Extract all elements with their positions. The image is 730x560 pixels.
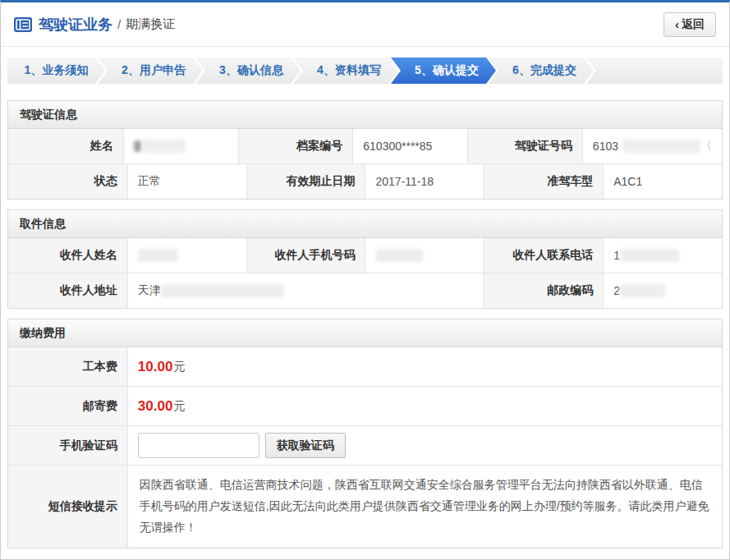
- field-label-postage-fee: 邮寄费: [8, 387, 127, 425]
- field-label-recipient-address: 收件人地址: [8, 273, 127, 308]
- field-value-postage-fee: 30.00元: [127, 387, 722, 425]
- table-row: 收件人姓名 收件人手机号码 收件人联系电话 1: [8, 238, 722, 273]
- section-fees: 缴纳费用 工本费 10.00元 邮寄费 30.00元 手机验证码 获取验证码 短…: [7, 319, 723, 549]
- field-label-name: 姓名: [8, 129, 123, 163]
- field-value-license-number: 6103〈: [582, 129, 722, 163]
- field-label-status: 状态: [8, 164, 127, 199]
- step-6-complete-submit[interactable]: 6、完成提交: [489, 57, 594, 84]
- section-title-license: 驾驶证信息: [8, 101, 722, 129]
- field-value-recipient-phone: 1: [603, 238, 722, 273]
- table-row: 短信接收提示 因陕西省联通、电信运营商技术问题，陕西省互联网交通安全综合服务管理…: [8, 465, 722, 548]
- step-1-business-notice[interactable]: 1、业务须知: [7, 57, 105, 84]
- field-value-file-number: 610300****85: [352, 129, 467, 163]
- field-label-verification-code: 手机验证码: [8, 426, 127, 465]
- breadcrumb-separator: /: [117, 17, 121, 31]
- field-label-vehicle-class: 准驾车型: [484, 164, 603, 199]
- field-label-recipient-phone: 收件人联系电话: [484, 238, 603, 273]
- table-row: 状态 正常 有效期止日期 2017-11-18 准驾车型 A1C1: [8, 163, 722, 199]
- table-row: 工本费 10.00元: [8, 347, 722, 386]
- field-value-status: 正常: [127, 164, 246, 199]
- table-row: 收件人地址 天津 邮政编码 2: [8, 273, 722, 308]
- section-title-fees: 缴纳费用: [8, 319, 722, 347]
- field-value-recipient-name: [127, 238, 246, 273]
- section-title-pickup: 取件信息: [8, 210, 722, 238]
- section-license-info: 驾驶证信息 姓名 档案编号 610300****85 驾驶证号码 6103〈 状…: [7, 100, 723, 200]
- back-button-label: 返回: [682, 17, 705, 32]
- step-3-confirm-info[interactable]: 3、确认信息: [195, 57, 301, 84]
- step-bar-filler: [586, 57, 723, 84]
- page-subtitle: 期满换证: [126, 16, 175, 32]
- field-value-vehicle-class: A1C1: [603, 164, 722, 199]
- section-pickup-info: 取件信息 收件人姓名 收件人手机号码 收件人联系电话 1 收件人地址 天津 邮政…: [7, 209, 723, 309]
- field-value-recipient-address: 天津: [127, 273, 484, 308]
- step-bar: 1、业务须知 2、用户申告 3、确认信息 4、资料填写 5、确认提交 6、完成提…: [7, 57, 723, 84]
- table-row: 邮寄费 30.00元: [8, 386, 722, 425]
- step-5-confirm-submit[interactable]: 5、确认提交: [391, 57, 496, 84]
- field-label-recipient-mobile: 收件人手机号码: [246, 238, 365, 273]
- field-label-file-number: 档案编号: [238, 129, 353, 163]
- table-row: 手机验证码 获取验证码: [8, 425, 722, 465]
- header: 驾驶证业务 / 期满换证 ‹ 返回: [1, 2, 729, 47]
- field-value-postal-code: 2: [603, 273, 722, 308]
- verification-code-input[interactable]: [138, 433, 259, 458]
- production-fee-unit: 元: [173, 360, 185, 374]
- back-button[interactable]: ‹ 返回: [663, 12, 716, 37]
- field-value-valid-until: 2017-11-18: [365, 164, 484, 199]
- step-2-user-declaration[interactable]: 2、用户申告: [98, 57, 203, 84]
- step-4-fill-in-data[interactable]: 4、资料填写: [293, 57, 398, 84]
- field-label-recipient-name: 收件人姓名: [8, 238, 127, 273]
- field-label-postal-code: 邮政编码: [484, 273, 603, 308]
- postage-fee-unit: 元: [173, 399, 185, 414]
- production-fee-amount: 10.00: [138, 359, 173, 375]
- field-label-valid-until: 有效期止日期: [246, 164, 365, 199]
- table-row: 姓名 档案编号 610300****85 驾驶证号码 6103〈: [8, 129, 722, 163]
- page: 驾驶证业务 / 期满换证 ‹ 返回 1、业务须知 2、用户申告 3、确认信息 4…: [0, 0, 730, 560]
- field-label-production-fee: 工本费: [8, 347, 127, 386]
- sms-notice-text: 因陕西省联通、电信运营商技术问题，陕西省互联网交通安全综合服务管理平台无法向持陕…: [127, 466, 722, 548]
- field-label-sms-notice: 短信接收提示: [8, 466, 127, 548]
- field-label-license-number: 驾驶证号码: [467, 129, 582, 163]
- back-chevron-icon: ‹: [675, 17, 679, 31]
- field-value-recipient-mobile: [365, 238, 484, 273]
- page-title: 驾驶证业务: [39, 15, 112, 34]
- list-icon: [14, 17, 32, 32]
- get-verification-code-button[interactable]: 获取验证码: [265, 433, 346, 458]
- field-value-production-fee: 10.00元: [127, 347, 722, 386]
- field-value-name: [123, 129, 238, 163]
- field-verification-code: 获取验证码: [127, 426, 722, 465]
- postage-fee-amount: 30.00: [138, 398, 173, 415]
